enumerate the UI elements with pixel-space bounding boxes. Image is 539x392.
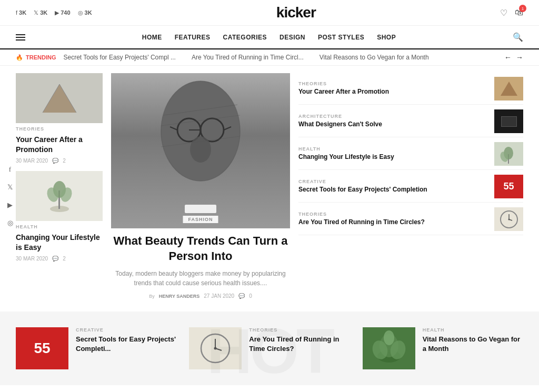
nav-shop[interactable]: SHOP bbox=[377, 34, 396, 41]
by-label: By bbox=[149, 294, 155, 299]
right-item-2-title[interactable]: Changing Your Lifestyle is Easy bbox=[298, 153, 489, 162]
facebook-count: 3K bbox=[19, 9, 26, 16]
face-placeholder: FASHION bbox=[111, 73, 290, 228]
left-card-1-date: 30 MAR 2020 bbox=[16, 256, 48, 262]
nav-features[interactable]: FEATURES bbox=[175, 34, 211, 41]
comment-icon-1: 💬 bbox=[52, 256, 58, 262]
right-column: THEORIES Your Career After a Promotion A… bbox=[298, 73, 523, 235]
left-card-0-category: THEORIES bbox=[16, 126, 103, 132]
ticker-nav: ← → bbox=[504, 53, 523, 62]
trending-label: 🔥 TRENDING bbox=[16, 54, 56, 61]
ticker-items: Secret Tools for Easy Projects' Compl ..… bbox=[63, 54, 497, 61]
twitter-count: 3K bbox=[40, 9, 47, 16]
clock-bottom-img bbox=[189, 327, 242, 369]
bottom-card-2-title[interactable]: Vital Reasons to Go Vegan for a Month bbox=[423, 335, 523, 353]
right-item-0-title[interactable]: Your Career After a Promotion bbox=[298, 88, 489, 96]
featured-cat-label: FASHION bbox=[183, 216, 218, 223]
clock-img bbox=[494, 207, 523, 231]
right-item-3-cat: CREATIVE bbox=[298, 179, 489, 184]
fire-icon: 🔥 bbox=[16, 54, 23, 61]
hamburger-menu[interactable] bbox=[16, 34, 25, 41]
facebook-social[interactable]: f 3K bbox=[16, 9, 26, 16]
youtube-float-icon[interactable]: ▶ bbox=[4, 199, 16, 211]
svg-line-27 bbox=[509, 219, 512, 220]
twitter-social[interactable]: 𝕏 3K bbox=[34, 9, 47, 16]
instagram-icon: ◎ bbox=[78, 9, 83, 16]
right-item-4-image[interactable] bbox=[494, 207, 523, 231]
ticker-prev[interactable]: ← bbox=[504, 53, 512, 62]
bottom-card-2: HEALTH Vital Reasons to Go Vegan for a M… bbox=[363, 327, 523, 369]
featured-meta: By HENRY SANDERS 27 JAN 2020 💬 0 bbox=[111, 293, 290, 299]
bottom-card-1-title[interactable]: Are You Tired of Running in Time Circles… bbox=[249, 335, 350, 353]
right-item-2-image[interactable] bbox=[494, 142, 523, 166]
search-icon[interactable]: 🔍 bbox=[513, 32, 523, 42]
dark-img bbox=[494, 109, 523, 133]
ticker-next[interactable]: → bbox=[516, 53, 523, 62]
comment-icon-0: 💬 bbox=[52, 158, 58, 164]
right-item-4-text: THEORIES Are You Tired of Running in Tim… bbox=[298, 212, 489, 227]
instagram-social[interactable]: ◎ 3K bbox=[78, 9, 92, 16]
right-item-1-title[interactable]: What Designers Can't Solve bbox=[298, 120, 489, 129]
bottom-card-2-text: HEALTH Vital Reasons to Go Vegan for a M… bbox=[423, 327, 523, 353]
right-item-1-image[interactable] bbox=[494, 109, 523, 133]
right-item-4-title[interactable]: Are You Tired of Running in Time Circles… bbox=[298, 218, 489, 227]
site-logo[interactable]: kicker bbox=[276, 4, 316, 21]
left-card-0-date: 30 MAR 2020 bbox=[16, 158, 48, 164]
right-item-0-image[interactable] bbox=[494, 77, 523, 100]
featured-article: FASHION FASHION What Beauty Trends Can T… bbox=[111, 73, 290, 299]
top-bar: f 3K 𝕏 3K ▶ 740 ◎ 3K kicker ♡ 🛍 1 bbox=[0, 0, 539, 26]
instagram-float-icon[interactable]: ◎ bbox=[4, 217, 16, 229]
right-item-0-cat: THEORIES bbox=[298, 81, 489, 86]
right-item-0: THEORIES Your Career After a Promotion bbox=[298, 73, 523, 105]
featured-title[interactable]: What Beauty Trends Can Turn a Person Int… bbox=[111, 234, 290, 264]
ticker-item-0[interactable]: Secret Tools for Easy Projects' Compl ..… bbox=[63, 54, 175, 61]
user-icon[interactable]: ♡ bbox=[500, 8, 507, 18]
twitter-icon: 𝕏 bbox=[34, 9, 38, 16]
facebook-float-icon[interactable]: f bbox=[4, 164, 16, 175]
instagram-count: 3K bbox=[85, 9, 92, 16]
content-area: THEORIES Your Career After a Promotion 3… bbox=[0, 66, 539, 306]
bottom-strip: HOT 55 CREATIVE Secret Tools for Easy Pr… bbox=[0, 311, 539, 385]
right-item-2: HEALTH Changing Your Lifestyle is Easy bbox=[298, 138, 523, 170]
svg-point-36 bbox=[384, 330, 394, 345]
facebook-icon: f bbox=[16, 9, 17, 16]
bottom-card-1-cat: THEORIES bbox=[249, 327, 350, 333]
bottom-card-1-image[interactable] bbox=[189, 327, 242, 369]
nav-home[interactable]: HOME bbox=[142, 34, 162, 41]
left-card-0-meta: 30 MAR 2020 💬 2 bbox=[16, 158, 103, 164]
ham-line-1 bbox=[16, 34, 25, 35]
red-img: 55 bbox=[494, 175, 523, 198]
featured-author: HENRY SANDERS bbox=[159, 294, 200, 299]
left-card-1-image[interactable] bbox=[16, 171, 103, 221]
right-item-1: ARCHITECTURE What Designers Can't Solve bbox=[298, 106, 523, 137]
right-item-1-text: ARCHITECTURE What Designers Can't Solve bbox=[298, 114, 489, 129]
left-column: THEORIES Your Career After a Promotion 3… bbox=[16, 73, 103, 262]
nav-post-styles[interactable]: POST STYLES bbox=[318, 34, 364, 41]
right-item-3-image[interactable]: 55 bbox=[494, 175, 523, 198]
twitter-float-icon[interactable]: 𝕏 bbox=[4, 182, 16, 193]
bottom-card-1: THEORIES Are You Tired of Running in Tim… bbox=[189, 327, 350, 369]
triangle-image bbox=[16, 73, 103, 123]
plant2-img bbox=[494, 142, 523, 166]
ticker-item-1[interactable]: Are You Tired of Running in Time Circl..… bbox=[192, 54, 304, 61]
bottom-card-2-image[interactable] bbox=[363, 327, 415, 369]
ticker-item-2[interactable]: Vital Reasons to Go Vegan for a Month bbox=[320, 54, 429, 61]
right-item-0-text: THEORIES Your Career After a Promotion bbox=[298, 81, 489, 96]
bottom-card-2-cat: HEALTH bbox=[423, 327, 523, 333]
nav-design[interactable]: DESIGN bbox=[280, 34, 305, 41]
youtube-social[interactable]: ▶ 740 bbox=[55, 9, 70, 16]
left-card-1-meta: 30 MAR 2020 💬 2 bbox=[16, 256, 103, 262]
left-card-0-title[interactable]: Your Career After a Promotion bbox=[16, 135, 103, 155]
bottom-card-0-cat: CREATIVE bbox=[76, 327, 176, 333]
left-card-1-title[interactable]: Changing Your Lifestyle is Easy bbox=[16, 233, 103, 253]
nav-categories[interactable]: CATEGORIES bbox=[223, 34, 267, 41]
bottom-card-1-text: THEORIES Are You Tired of Running in Tim… bbox=[249, 327, 350, 353]
left-card-0-image[interactable] bbox=[16, 73, 103, 123]
left-card-0-comments: 2 bbox=[63, 158, 66, 164]
youtube-count: 740 bbox=[61, 9, 70, 16]
bottom-card-0-image[interactable]: 55 bbox=[16, 327, 68, 369]
right-item-3-title[interactable]: Secret Tools for Easy Projects' Completi… bbox=[298, 186, 489, 194]
featured-image[interactable]: FASHION bbox=[111, 73, 290, 228]
bottom-card-0-title[interactable]: Secret Tools for Easy Projects' Completi… bbox=[76, 335, 176, 353]
svg-line-31 bbox=[215, 348, 222, 350]
